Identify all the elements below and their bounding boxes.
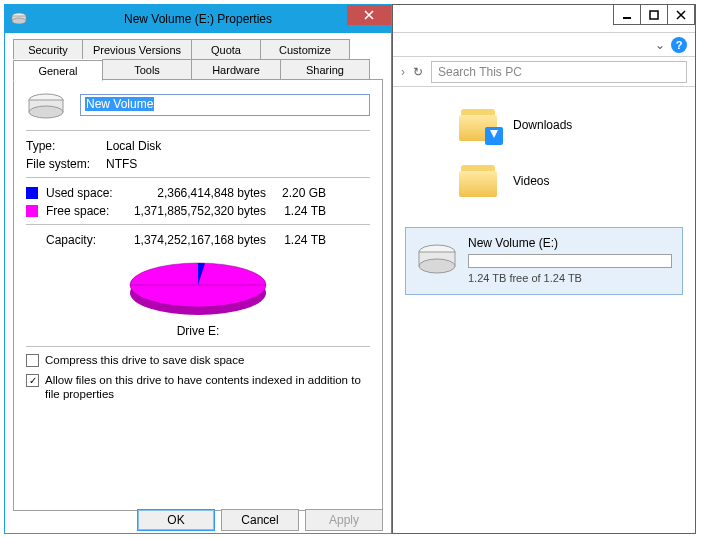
used-swatch <box>26 187 38 199</box>
capacity-human: 1.24 TB <box>266 233 326 247</box>
drive-item-selected[interactable]: New Volume (E:) 1.24 TB free of 1.24 TB <box>405 227 683 295</box>
drive-icon <box>5 12 33 27</box>
tab-hardware[interactable]: Hardware <box>191 59 281 79</box>
free-swatch <box>26 205 38 217</box>
apply-button[interactable]: Apply <box>305 509 383 531</box>
folder-icon <box>459 163 501 199</box>
svg-point-2 <box>12 18 26 24</box>
filesystem-label: File system: <box>26 157 106 171</box>
breadcrumb-chevron-icon[interactable]: › <box>401 65 405 79</box>
search-input[interactable]: Search This PC <box>431 61 687 83</box>
usage-pie-chart <box>123 257 273 319</box>
explorer-titlebar[interactable] <box>393 5 695 33</box>
drive-usage-bar <box>468 254 672 268</box>
tab-quota[interactable]: Quota <box>191 39 261 59</box>
free-human: 1.24 TB <box>266 204 326 218</box>
volume-name-input[interactable]: New Volume <box>80 94 370 116</box>
tab-content-general: New Volume Type:Local Disk File system:N… <box>13 79 383 511</box>
drive-free-text: 1.24 TB free of 1.24 TB <box>468 272 672 284</box>
svg-rect-10 <box>650 11 658 19</box>
close-button[interactable] <box>347 5 391 25</box>
used-label: Used space: <box>46 186 126 200</box>
tab-customize[interactable]: Customize <box>260 39 350 59</box>
tab-security[interactable]: Security <box>13 39 83 59</box>
folder-label: Videos <box>513 174 549 188</box>
dialog-titlebar[interactable]: New Volume (E:) Properties <box>5 5 391 33</box>
index-label: Allow files on this drive to have conten… <box>45 373 370 401</box>
cancel-button[interactable]: Cancel <box>221 509 299 531</box>
drive-icon <box>416 240 458 276</box>
tab-previous-versions[interactable]: Previous Versions <box>82 39 192 59</box>
dialog-title: New Volume (E:) Properties <box>33 12 391 26</box>
close-button[interactable] <box>667 5 695 25</box>
index-checkbox[interactable] <box>26 374 39 387</box>
free-label: Free space: <box>46 204 126 218</box>
tab-tools[interactable]: Tools <box>102 59 192 79</box>
drive-name: New Volume (E:) <box>468 236 672 250</box>
properties-dialog: New Volume (E:) Properties Security Prev… <box>4 4 392 534</box>
compress-label: Compress this drive to save disk space <box>45 353 244 367</box>
filesystem-value: NTFS <box>106 157 137 171</box>
free-bytes: 1,371,885,752,320 bytes <box>126 204 266 218</box>
used-bytes: 2,366,414,848 bytes <box>126 186 266 200</box>
used-human: 2.20 GB <box>266 186 326 200</box>
download-arrow-icon <box>485 127 503 145</box>
svg-point-13 <box>419 259 455 273</box>
compress-checkbox[interactable] <box>26 354 39 367</box>
minimize-button[interactable] <box>613 5 641 25</box>
svg-point-5 <box>29 106 63 118</box>
capacity-label: Capacity: <box>26 233 126 247</box>
drive-icon <box>26 90 66 120</box>
maximize-button[interactable] <box>640 5 668 25</box>
capacity-bytes: 1,374,252,167,168 bytes <box>126 233 266 247</box>
folder-item-videos[interactable]: Videos <box>399 153 689 209</box>
explorer-window: ⌄ ? › ↻ Search This PC Downloads Videos … <box>392 4 696 534</box>
ok-button[interactable]: OK <box>137 509 215 531</box>
folder-label: Downloads <box>513 118 572 132</box>
folder-icon <box>459 107 501 143</box>
folder-item-downloads[interactable]: Downloads <box>399 97 689 153</box>
refresh-button[interactable]: ↻ <box>413 65 423 79</box>
type-value: Local Disk <box>106 139 161 153</box>
tab-general[interactable]: General <box>13 60 103 81</box>
help-icon[interactable]: ? <box>671 37 687 53</box>
tab-sharing[interactable]: Sharing <box>280 59 370 79</box>
type-label: Type: <box>26 139 106 153</box>
chevron-down-icon[interactable]: ⌄ <box>655 38 665 52</box>
drive-letter-label: Drive E: <box>26 324 370 338</box>
